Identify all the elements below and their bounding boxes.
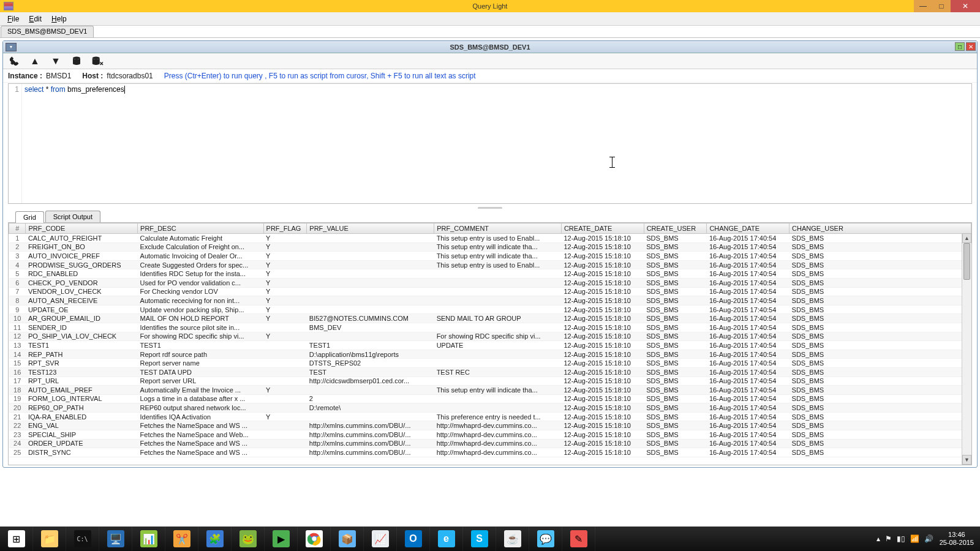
table-cell[interactable]: 16-Aug-2015 17:40:54 bbox=[707, 412, 790, 421]
table-cell[interactable]: Y bbox=[263, 332, 307, 341]
table-cell[interactable]: BI527@NOTES.CUMMINS.COM bbox=[307, 314, 434, 323]
table-cell[interactable]: 18 bbox=[9, 386, 26, 395]
table-cell[interactable] bbox=[434, 269, 562, 279]
down-arrow-icon[interactable]: ▼ bbox=[50, 55, 62, 67]
table-cell[interactable]: SDS_BMS bbox=[644, 430, 707, 440]
table-cell[interactable]: SPECIAL_SHIP bbox=[26, 430, 138, 440]
table-cell[interactable]: 22 bbox=[9, 421, 26, 430]
table-cell[interactable] bbox=[263, 439, 307, 448]
table-cell[interactable]: 12-Aug-2015 15:18:10 bbox=[561, 242, 644, 252]
table-cell[interactable] bbox=[307, 386, 434, 395]
tab-grid[interactable]: Grid bbox=[15, 211, 44, 223]
table-cell[interactable]: 16-Aug-2015 17:40:54 bbox=[707, 332, 790, 341]
table-cell[interactable]: SDS_BMS bbox=[644, 350, 707, 359]
table-cell[interactable]: 16-Aug-2015 17:40:54 bbox=[707, 314, 790, 323]
table-cell[interactable]: SEND MAIL TO AR GROUP bbox=[434, 314, 562, 323]
column-header[interactable]: PRF_COMMENT bbox=[434, 223, 562, 234]
table-cell[interactable] bbox=[434, 323, 562, 332]
table-cell[interactable]: SENDER_ID bbox=[26, 323, 138, 332]
table-cell[interactable]: 12-Aug-2015 15:18:10 bbox=[561, 403, 644, 413]
table-cell[interactable]: 12-Aug-2015 15:18:10 bbox=[561, 439, 644, 448]
table-cell[interactable]: 16-Aug-2015 17:40:54 bbox=[707, 377, 790, 386]
table-cell[interactable]: Calculate Automatic Freight bbox=[138, 234, 264, 243]
taskbar-cmd[interactable]: C:\ bbox=[66, 527, 99, 551]
table-cell[interactable]: UPDATE bbox=[434, 341, 562, 350]
taskbar-app-6[interactable]: 📈 bbox=[364, 527, 397, 551]
table-row[interactable]: 11SENDER_IDIdentifies the source pilot s… bbox=[9, 323, 971, 332]
table-cell[interactable] bbox=[307, 296, 434, 305]
table-cell[interactable]: SDS_BMS bbox=[644, 394, 707, 403]
table-cell[interactable]: Y bbox=[263, 234, 307, 243]
table-cell[interactable]: UPDATE_OE bbox=[26, 305, 138, 314]
table-cell[interactable]: IQA-RA_ENABLED bbox=[26, 412, 138, 421]
table-cell[interactable]: SDS_BMS bbox=[790, 234, 971, 243]
table-cell[interactable]: D:\remote\ bbox=[307, 403, 434, 413]
table-cell[interactable]: SDS_BMS bbox=[790, 448, 971, 457]
taskbar-java[interactable]: ☕ bbox=[496, 527, 529, 551]
table-cell[interactable]: TEST123 bbox=[26, 367, 138, 377]
table-cell[interactable]: http://mwhaprd-dev.cummins.co... bbox=[434, 421, 562, 430]
table-cell[interactable] bbox=[263, 403, 307, 413]
table-cell[interactable]: REP60_OP_PATH bbox=[26, 403, 138, 413]
table-cell[interactable] bbox=[263, 341, 307, 350]
table-cell[interactable] bbox=[307, 332, 434, 341]
table-row[interactable]: 7VENDOR_LOV_CHECKFor Checking vendor LOV… bbox=[9, 287, 971, 296]
table-cell[interactable]: 16-Aug-2015 17:40:54 bbox=[707, 234, 790, 243]
table-cell[interactable]: SDS_BMS bbox=[790, 260, 971, 269]
table-cell[interactable]: For showing RDC specific ship vi... bbox=[138, 332, 264, 341]
table-cell[interactable]: 12-Aug-2015 15:18:10 bbox=[561, 367, 644, 377]
table-cell[interactable]: SDS_BMS bbox=[790, 367, 971, 377]
tray-wifi-icon[interactable]: 📶 bbox=[910, 534, 919, 543]
table-cell[interactable] bbox=[263, 350, 307, 359]
table-cell[interactable]: SDS_BMS bbox=[790, 332, 971, 341]
table-cell[interactable]: SDS_BMS bbox=[790, 287, 971, 296]
table-cell[interactable]: http://xmlns.cummins.com/DBU/... bbox=[307, 430, 434, 440]
table-cell[interactable] bbox=[263, 323, 307, 332]
table-cell[interactable]: TEST bbox=[307, 367, 434, 377]
inner-close-button[interactable]: ✕ bbox=[966, 42, 976, 51]
table-cell[interactable]: SDS_BMS bbox=[790, 421, 971, 430]
table-cell[interactable]: SDS_BMS bbox=[790, 377, 971, 386]
table-cell[interactable]: SDS_BMS bbox=[644, 341, 707, 350]
table-cell[interactable]: 20 bbox=[9, 403, 26, 413]
close-button[interactable]: ✕ bbox=[951, 0, 980, 12]
table-cell[interactable]: SDS_BMS bbox=[790, 305, 971, 314]
table-cell[interactable] bbox=[307, 252, 434, 261]
table-row[interactable]: 12PO_SHIP_VIA_LOV_CHECKFor showing RDC s… bbox=[9, 332, 971, 341]
table-cell[interactable]: TEST1 bbox=[307, 341, 434, 350]
table-cell[interactable]: Y bbox=[263, 412, 307, 421]
table-cell[interactable]: Y bbox=[263, 278, 307, 287]
table-cell[interactable]: 12-Aug-2015 15:18:10 bbox=[561, 386, 644, 395]
table-cell[interactable]: SDS_BMS bbox=[644, 412, 707, 421]
table-cell[interactable]: SDS_BMS bbox=[790, 296, 971, 305]
table-cell[interactable]: 2 bbox=[9, 242, 26, 252]
table-cell[interactable]: 7 bbox=[9, 287, 26, 296]
table-cell[interactable]: For showing RDC specific ship vi... bbox=[434, 332, 562, 341]
table-cell[interactable]: 5 bbox=[9, 269, 26, 279]
table-cell[interactable]: Exclude Calculation of Freight on... bbox=[138, 242, 264, 252]
maximize-button[interactable]: □ bbox=[932, 0, 951, 12]
table-cell[interactable]: 12-Aug-2015 15:18:10 bbox=[561, 332, 644, 341]
table-cell[interactable]: Y bbox=[263, 287, 307, 296]
table-cell[interactable]: Y bbox=[263, 252, 307, 261]
table-cell[interactable]: SDS_BMS bbox=[644, 252, 707, 261]
table-cell[interactable] bbox=[263, 377, 307, 386]
table-cell[interactable]: SDS_BMS bbox=[790, 386, 971, 395]
table-cell[interactable]: REP_PATH bbox=[26, 350, 138, 359]
table-cell[interactable]: SDS_BMS bbox=[790, 242, 971, 252]
tab-script-output[interactable]: Script Output bbox=[45, 211, 100, 222]
table-cell[interactable]: SDS_BMS bbox=[644, 367, 707, 377]
table-cell[interactable] bbox=[307, 278, 434, 287]
table-cell[interactable] bbox=[263, 359, 307, 368]
column-header[interactable]: PRF_VALUE bbox=[307, 223, 434, 234]
table-cell[interactable]: http://mwhaprd-dev.cummins.co... bbox=[434, 430, 562, 440]
taskbar-app-3[interactable]: 🧩 bbox=[198, 527, 232, 551]
table-cell[interactable]: 12-Aug-2015 15:18:10 bbox=[561, 412, 644, 421]
table-cell[interactable]: 16-Aug-2015 17:40:54 bbox=[707, 305, 790, 314]
table-cell[interactable]: 11 bbox=[9, 323, 26, 332]
table-cell[interactable]: Identifies RDC Setup for the insta... bbox=[138, 269, 264, 279]
table-cell[interactable] bbox=[434, 350, 562, 359]
table-cell[interactable]: SDS_BMS bbox=[644, 234, 707, 243]
table-cell[interactable] bbox=[263, 430, 307, 440]
column-header[interactable]: PRF_DESC bbox=[138, 223, 264, 234]
